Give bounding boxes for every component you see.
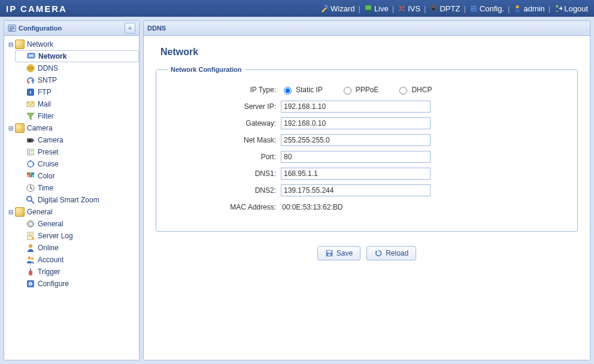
nav-logout[interactable]: Logout	[554, 4, 588, 13]
svg-point-0	[326, 5, 327, 7]
svg-rect-28	[31, 153, 32, 154]
radio-dhcp[interactable]: DHCP	[396, 85, 432, 95]
tree-item-icon	[26, 183, 35, 193]
tree-item-time[interactable]: ·Time	[15, 182, 139, 194]
tree-item-icon	[26, 231, 35, 241]
row-net-mask: Net Mask:	[168, 132, 565, 148]
nav-dptz[interactable]: DPTZ	[429, 4, 460, 13]
tree-item-cruise[interactable]: ·Cruise	[15, 158, 139, 170]
tree-item-camera[interactable]: ·Camera	[15, 134, 139, 146]
tree-item-ftp[interactable]: ·fFTP	[15, 86, 139, 98]
tree-item-trigger[interactable]: ·Trigger	[15, 266, 139, 278]
tree-item-label: Account	[38, 256, 63, 264]
svg-rect-37	[32, 175, 34, 177]
radio-pppoe[interactable]: PPPoE	[341, 85, 379, 95]
svg-point-39	[27, 196, 32, 201]
tree-folder-label: Network	[27, 40, 53, 48]
tree-item-label: DDNS	[38, 64, 58, 72]
tree-item-label: Mail	[38, 100, 51, 108]
input-gateway[interactable]	[281, 117, 431, 129]
folder-open-icon	[15, 40, 25, 49]
tree-item-label: Server Log	[38, 232, 73, 240]
expand-toggle-icon[interactable]: ⊟	[7, 41, 15, 48]
input-port[interactable]	[281, 151, 431, 163]
tree-folder-general[interactable]: ⊟General	[4, 206, 139, 218]
collapse-button[interactable]: «	[125, 23, 135, 34]
label-gateway: Gateway:	[168, 119, 281, 128]
tree-item-label: FTP	[38, 88, 51, 96]
page-title: Network	[160, 47, 578, 57]
tree-item-network[interactable]: ·Network	[15, 50, 139, 62]
svg-rect-25	[29, 150, 30, 151]
svg-point-44	[28, 257, 31, 260]
tree-item-label: Network	[38, 52, 66, 60]
group-legend: Network Configuration	[168, 66, 244, 73]
tree-item-label: Configure	[38, 280, 69, 288]
user-icon	[513, 4, 522, 13]
input-dns1[interactable]	[281, 168, 431, 180]
monitor-icon	[364, 4, 372, 13]
config-icon	[8, 24, 16, 32]
svg-rect-42	[28, 232, 33, 239]
svg-rect-46	[29, 271, 32, 275]
tree-folder-network[interactable]: ⊟Network	[4, 38, 139, 50]
svg-point-43	[29, 244, 32, 248]
tree-item-general[interactable]: ·General	[15, 218, 139, 230]
input-dns2[interactable]	[281, 184, 431, 196]
radio-static-ip[interactable]: Static IP	[281, 85, 323, 95]
reload-button[interactable]: Reload	[366, 246, 416, 260]
main-header: DDNS	[144, 21, 590, 36]
tree-item-icon	[26, 51, 36, 61]
svg-rect-7	[471, 8, 477, 10]
tree-item-mail[interactable]: ·Mail	[15, 98, 139, 110]
nav-ivs[interactable]: IVS	[398, 4, 420, 13]
nav-admin[interactable]: admin	[513, 4, 544, 13]
svg-rect-36	[29, 175, 32, 177]
tree-item-digital-smart-zoom[interactable]: ·Digital Smart Zoom	[15, 194, 139, 206]
folder-open-icon	[15, 123, 25, 133]
sidebar-header: Configuration «	[4, 21, 139, 36]
tree-item-icon: f	[26, 87, 35, 97]
label-dns1: DNS1:	[168, 169, 281, 178]
reload-icon	[374, 249, 383, 257]
svg-rect-35	[27, 175, 29, 177]
tree-item-label: General	[38, 220, 63, 228]
nav-wizard[interactable]: Wizard	[320, 4, 354, 13]
tree-item-sntp[interactable]: ·SNTP	[15, 74, 139, 86]
tree-item-ddns[interactable]: ·DDNS	[15, 62, 139, 74]
svg-rect-14	[10, 30, 13, 31]
svg-rect-27	[29, 153, 30, 154]
save-button[interactable]: Save	[317, 246, 360, 260]
input-net-mask[interactable]	[281, 134, 431, 146]
label-ip-type: IP Type:	[168, 86, 281, 94]
save-icon	[325, 249, 334, 257]
tree-item-label: Digital Smart Zoom	[38, 196, 99, 204]
dome-camera-icon	[429, 4, 438, 13]
tree-item-account[interactable]: ·Account	[15, 254, 139, 266]
svg-rect-12	[10, 26, 15, 27]
tree-item-online[interactable]: ·Online	[15, 242, 139, 254]
tree-item-configure[interactable]: ·Configure	[15, 278, 139, 290]
tree-item-filter[interactable]: ·Filter	[15, 110, 139, 122]
tree-item-preset[interactable]: ·Preset	[15, 146, 139, 158]
ip-type-radio-group: Static IP PPPoE DHCP	[281, 85, 565, 95]
tree-item-server-log[interactable]: ·Server Log	[15, 230, 139, 242]
svg-point-2	[328, 7, 328, 8]
row-mac: MAC Address: 00:0E:53:13:62:BD	[168, 199, 565, 216]
tree-folder-camera[interactable]: ⊟Camera	[4, 122, 139, 134]
expand-toggle-icon[interactable]: ⊟	[7, 209, 15, 216]
svg-rect-32	[27, 172, 29, 175]
nav-config[interactable]: Config.	[469, 4, 504, 13]
expand-toggle-icon[interactable]: ⊟	[7, 125, 15, 132]
tree-item-label: Camera	[38, 136, 63, 144]
tree-item-color[interactable]: ·Color	[15, 170, 139, 182]
tree-item-icon	[26, 111, 35, 121]
nav-live[interactable]: Live	[364, 4, 389, 13]
tree-item-icon	[26, 219, 35, 229]
tree-item-icon	[26, 159, 35, 169]
tree-item-label: Cruise	[38, 160, 59, 168]
input-server-ip[interactable]	[281, 101, 431, 113]
row-port: Port:	[168, 148, 565, 165]
svg-point-5	[432, 8, 435, 10]
row-server-ip: Server IP:	[168, 98, 565, 115]
